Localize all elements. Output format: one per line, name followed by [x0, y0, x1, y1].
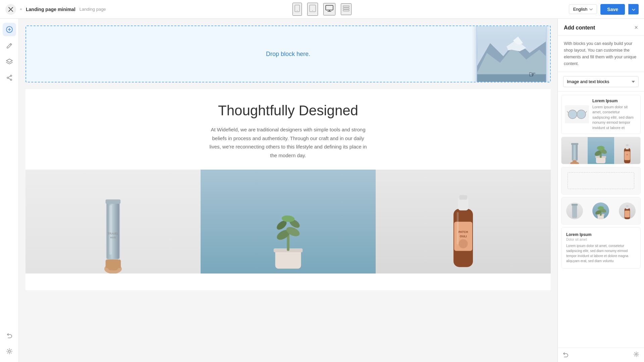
undo-icon	[6, 332, 12, 338]
undo-icon-panel	[562, 351, 569, 357]
mini-tumbler	[569, 142, 581, 164]
block-type-select[interactable]: Image and text blocksText blocksMedia bl…	[563, 76, 639, 87]
blocks-list: Lorem Ipsum Lorem ipsum dolor sit amet, …	[558, 92, 644, 348]
cursor-icon: ☞	[529, 70, 536, 79]
undo-button[interactable]	[3, 328, 16, 342]
tablet-view-button[interactable]	[307, 3, 318, 16]
desktop-view-button[interactable]	[323, 3, 335, 15]
device-switcher	[292, 3, 352, 16]
svg-rect-27	[109, 205, 112, 255]
svg-point-71	[598, 206, 604, 210]
svg-rect-22	[106, 259, 109, 268]
svg-rect-73	[625, 210, 630, 217]
glasses-thumb	[565, 105, 589, 123]
block-card-4[interactable]	[561, 197, 641, 225]
svg-rect-41	[459, 195, 467, 200]
panel-settings-button[interactable]	[633, 351, 639, 359]
list-view-button[interactable]	[341, 3, 352, 15]
circle-img-3	[619, 202, 636, 219]
block-text-body-5: Lorem ipsum dolor sit amet, consetetur s…	[566, 243, 636, 263]
panel-title: Add content	[564, 25, 595, 31]
svg-point-11	[7, 77, 8, 78]
block-desc-1: Lorem ipsum dolor sit amet, consetetur s…	[592, 105, 637, 130]
block-card-inner-1: Lorem Ipsum Lorem ipsum dolor sit amet, …	[561, 95, 640, 134]
block-card-1[interactable]: Lorem Ipsum Lorem ipsum dolor sit amet, …	[561, 95, 641, 134]
edit-icon	[6, 43, 12, 49]
svg-point-47	[577, 110, 586, 119]
svg-point-10	[10, 79, 12, 80]
svg-point-44	[459, 239, 468, 248]
drop-zone[interactable]: Drop block here.	[25, 25, 551, 82]
panel-description: With blocks you can easily build your sh…	[558, 36, 644, 72]
layers-button[interactable]	[3, 55, 16, 68]
circle-plant	[593, 204, 608, 219]
svg-rect-25	[107, 202, 119, 259]
edit-button[interactable]	[3, 39, 16, 52]
panel-undo-button[interactable]	[562, 351, 569, 359]
multi-cell-tumbler	[561, 137, 588, 164]
product-grid: TRAVEL MUG	[25, 170, 551, 274]
panel-close-button[interactable]: ×	[634, 24, 638, 31]
svg-rect-45	[457, 212, 459, 245]
block-card-2[interactable]: OIL	[561, 137, 641, 164]
svg-rect-50	[571, 143, 578, 145]
svg-rect-75	[626, 205, 628, 207]
plant-image	[201, 170, 376, 274]
close-icon	[8, 7, 13, 12]
product-cell-tumbler: TRAVEL MUG	[25, 170, 201, 274]
svg-rect-53	[596, 157, 605, 163]
plus-circle-icon	[6, 26, 13, 33]
svg-point-9	[10, 75, 12, 76]
topbar: Landing page minimal Landing page Englis…	[0, 0, 644, 19]
canvas-area[interactable]: Drop block here.	[19, 19, 557, 362]
settings-button[interactable]	[3, 345, 16, 358]
share-button[interactable]	[3, 71, 16, 84]
svg-rect-5	[343, 6, 349, 7]
svg-text:OULI: OULI	[460, 235, 467, 238]
glasses-svg	[567, 109, 587, 120]
plant-svg	[265, 190, 312, 274]
save-dropdown-button[interactable]	[628, 4, 639, 14]
right-panel: Add content × With blocks you can easily…	[557, 19, 644, 362]
circle-cell-2	[588, 197, 614, 224]
drop-text: Drop block here.	[266, 51, 310, 58]
svg-rect-26	[106, 199, 121, 204]
close-button[interactable]	[5, 4, 16, 15]
tumbler-image: TRAVEL MUG	[25, 170, 201, 274]
svg-rect-52	[572, 160, 577, 164]
block-card-3[interactable]	[561, 167, 641, 194]
empty-block-preview	[561, 167, 640, 194]
svg-point-46	[568, 110, 577, 119]
svg-point-1	[297, 10, 298, 11]
circle-oil	[622, 204, 633, 219]
mini-plant	[592, 141, 609, 164]
block-name-1: Lorem Ipsum	[592, 99, 637, 103]
title-dot	[20, 8, 22, 10]
circles-grid-4	[561, 197, 640, 224]
block-text-title-5: Lorem Ipsum	[566, 232, 636, 237]
circle-img-1	[566, 202, 583, 219]
svg-point-58	[597, 146, 605, 150]
gear-icon-panel	[633, 351, 639, 357]
svg-rect-21	[107, 258, 118, 270]
svg-text:OIL: OIL	[626, 154, 628, 156]
language-selector[interactable]: English	[569, 4, 597, 14]
svg-rect-49	[572, 144, 577, 161]
svg-text:MUG: MUG	[110, 236, 116, 239]
share-icon	[6, 75, 12, 81]
panel-filter: Image and text blocksText blocksMedia bl…	[558, 72, 644, 92]
chevron-down-icon-save	[632, 9, 635, 11]
add-content-button[interactable]	[3, 23, 16, 36]
block-card-5[interactable]: Lorem Ipsum Dolor sit amet Lorem ipsum d…	[561, 227, 641, 268]
oil-svg: PATCH OULI	[443, 180, 483, 274]
multi-cell-plant2	[588, 137, 614, 164]
mobile-view-button[interactable]	[292, 3, 302, 16]
svg-point-76	[636, 354, 637, 355]
save-button[interactable]: Save	[600, 4, 625, 15]
block-text-sub-5: Dolor sit amet	[566, 238, 636, 241]
circle-cell-1	[561, 197, 588, 224]
hero-desc: At Widefield, we are traditional designe…	[208, 125, 369, 160]
page-title: Landing page minimal	[26, 7, 75, 12]
svg-rect-7	[343, 10, 349, 11]
page-hero: Thoughtfully Designed At Widefield, we a…	[25, 89, 551, 170]
